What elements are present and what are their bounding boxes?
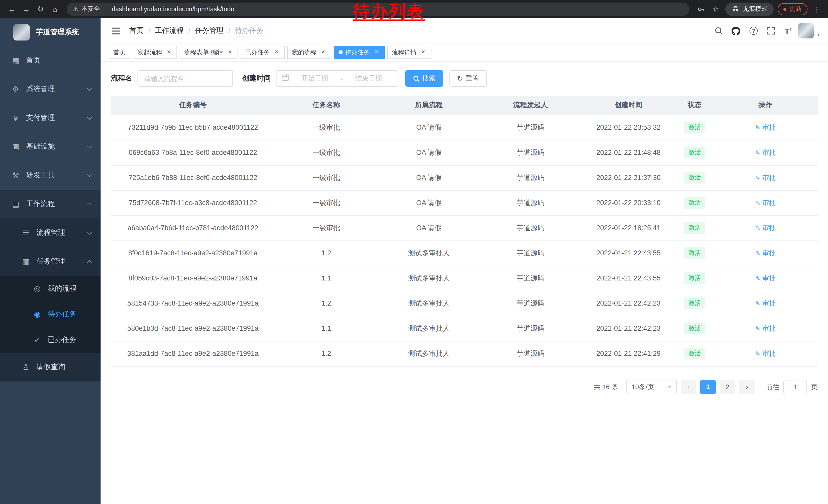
sidebar-item-todo-task[interactable]: ◉待办任务 [0, 302, 100, 327]
search-icon[interactable] [711, 23, 727, 39]
table-header-row: 任务编号任务名称所属流程流程发起人创建时间状态操作 [111, 96, 818, 115]
sidebar-item-process-manage[interactable]: ☰流程管理 [0, 218, 100, 247]
action-cell: ✎审批 [713, 316, 818, 341]
tab-home[interactable]: 首页 [109, 46, 130, 59]
tab-todo-task[interactable]: 待办任务× [334, 46, 385, 59]
date-range-picker[interactable]: 开始日期 - 结束日期 [276, 70, 398, 87]
update-button[interactable]: 更新 [778, 3, 808, 15]
close-icon[interactable]: × [165, 49, 172, 56]
tab-label: 发起流程 [137, 48, 162, 57]
page-size-select[interactable]: 10条/页 [626, 380, 677, 394]
next-page-button[interactable]: › [739, 380, 755, 394]
close-icon[interactable]: × [273, 49, 280, 56]
fullscreen-icon[interactable] [763, 23, 779, 39]
forward-icon[interactable]: → [19, 2, 33, 16]
tab-form-edit[interactable]: 流程表单-编辑× [179, 46, 238, 59]
sidebar-item-leave-query[interactable]: ♙请假查询 [0, 353, 100, 381]
kebab-menu-icon[interactable]: ⋮ [810, 2, 823, 16]
key-icon[interactable] [695, 2, 708, 16]
task-initiator-cell: 芋道源码 [480, 291, 581, 316]
back-icon[interactable]: ← [5, 2, 18, 16]
approve-link[interactable]: ✎审批 [755, 274, 776, 283]
page-button-1[interactable]: 1 [700, 380, 716, 394]
sidebar-item-payment-manage[interactable]: ¥支付管理 [0, 103, 100, 132]
goto-page-input[interactable] [783, 380, 807, 394]
tab-start-process[interactable]: 发起流程× [133, 46, 177, 59]
task-created-cell: 2022-01-22 21:37:30 [581, 165, 676, 190]
sidebar-item-infrastructure[interactable]: ▣基础设施 [0, 132, 100, 161]
breadcrumb-item[interactable]: 任务管理 [195, 26, 224, 35]
close-icon[interactable]: × [373, 49, 380, 56]
page-unit-label: 页 [811, 382, 818, 392]
chevron-down-icon[interactable]: ▾ [817, 32, 820, 37]
tab-process-detail[interactable]: 流程详情× [387, 46, 431, 59]
chevron-up-icon [87, 260, 92, 265]
hamburger-icon[interactable] [108, 22, 124, 39]
tab-done-task[interactable]: 已办任务× [241, 46, 285, 59]
close-icon[interactable]: × [420, 49, 427, 56]
task-created-cell: 2022-01-21 22:41:29 [581, 341, 676, 366]
home-icon[interactable]: ⌂ [48, 2, 61, 16]
approve-link[interactable]: ✎审批 [755, 198, 776, 208]
sidebar: 芋道管理系统 ▦首页⚙系统管理¥支付管理▣基础设施⚒研发工具▤工作流程☰流程管理… [0, 18, 100, 504]
approve-link[interactable]: ✎审批 [755, 123, 776, 132]
task-process-cell: 测试多审批人 [378, 266, 480, 291]
sidebar-menu: ▦首页⚙系统管理¥支付管理▣基础设施⚒研发工具▤工作流程☰流程管理▥任务管理◎我… [0, 46, 100, 381]
sidebar-item-done-task[interactable]: ✓已办任务 [0, 327, 100, 353]
approve-link[interactable]: ✎审批 [755, 324, 776, 333]
approve-link[interactable]: ✎审批 [755, 148, 776, 157]
sidebar-item-label: 研发工具 [26, 171, 55, 180]
table-row: a6aba0a4-7b6d-11ec-b781-acde48001122一级审批… [111, 215, 818, 240]
url-text: dashboard.yudao.iocoder.cn/bpm/task/todo [112, 5, 235, 12]
action-cell: ✎审批 [713, 140, 818, 165]
action-cell: ✎审批 [713, 341, 818, 366]
reset-button[interactable]: ↻ 重置 [449, 70, 487, 87]
sidebar-item-my-process[interactable]: ◎我的流程 [0, 276, 100, 302]
column-header: 任务名称 [275, 96, 378, 115]
briefcase-icon: ▤ [11, 199, 20, 209]
approve-label: 审批 [762, 148, 776, 157]
goto-label: 前往 [766, 382, 779, 392]
sidebar-item-home[interactable]: ▦首页 [0, 46, 100, 75]
sidebar-item-dev-tools[interactable]: ⚒研发工具 [0, 161, 100, 190]
approve-link[interactable]: ✎审批 [755, 248, 776, 258]
table-row: 58154733-7ac8-11ec-a9e2-a2380e71991a1.2测… [111, 291, 818, 316]
approve-link[interactable]: ✎审批 [755, 299, 776, 308]
refresh-icon: ↻ [457, 74, 463, 83]
topbar-actions: ? TT ▾ [711, 23, 820, 39]
search-button[interactable]: 搜索 [405, 70, 443, 87]
github-icon[interactable] [729, 23, 744, 39]
sidebar-item-workflow[interactable]: ▤工作流程 [0, 190, 100, 218]
font-size-icon[interactable]: TT [781, 23, 796, 39]
table-row: 8f0d1619-7ac8-11ec-a9e2-a2380e71991a1.2测… [111, 240, 818, 266]
edit-pencil-icon: ✎ [755, 275, 760, 282]
close-icon[interactable]: × [226, 49, 234, 56]
incognito-icon [732, 4, 739, 13]
prev-page-button[interactable]: ‹ [681, 380, 696, 394]
breadcrumb-item[interactable]: 首页 [129, 26, 143, 35]
sidebar-item-task-manage[interactable]: ▥任务管理 [0, 247, 100, 276]
avatar[interactable] [798, 23, 814, 39]
tab-label: 流程表单-编辑 [184, 48, 223, 57]
help-icon[interactable]: ? [746, 23, 761, 39]
action-cell: ✎审批 [713, 115, 818, 140]
task-name-cell: 一级审批 [275, 115, 378, 140]
status-cell: 激活 [676, 341, 713, 366]
status-badge: 激活 [684, 197, 705, 209]
topbar: 首页/工作流程/任务管理/待办任务 ? TT ▾ [100, 18, 828, 44]
approve-link[interactable]: ✎审批 [755, 223, 776, 232]
reload-icon[interactable]: ↻ [34, 2, 47, 16]
page-button-2[interactable]: 2 [720, 380, 735, 394]
process-name-input[interactable] [137, 70, 233, 87]
star-icon[interactable]: ☆ [709, 2, 722, 16]
breadcrumb-item[interactable]: 工作流程 [155, 26, 184, 35]
sidebar-item-system-manage[interactable]: ⚙系统管理 [0, 75, 100, 103]
close-icon[interactable]: × [320, 49, 327, 56]
edit-pencil-icon: ✎ [755, 300, 760, 307]
edit-pencil-icon: ✎ [755, 174, 760, 181]
approve-link[interactable]: ✎审批 [755, 349, 776, 358]
address-bar[interactable]: ⚠ 不安全 dashboard.yudao.iocoder.cn/bpm/tas… [67, 2, 690, 16]
app-logo[interactable]: 芋道管理系统 [0, 18, 100, 46]
tab-my-process[interactable]: 我的流程× [287, 46, 331, 59]
approve-link[interactable]: ✎审批 [755, 173, 776, 182]
